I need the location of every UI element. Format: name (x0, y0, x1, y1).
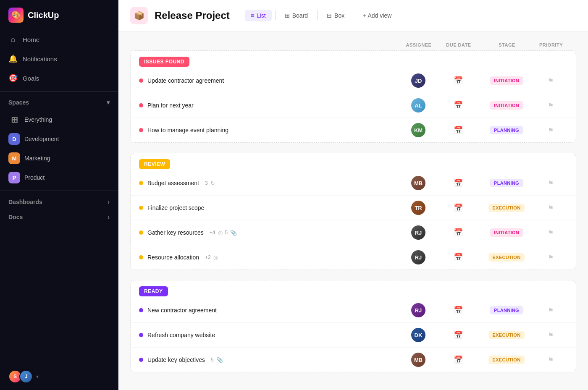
sidebar-item-goals[interactable]: 🎯 Goals (0, 68, 118, 88)
task-row[interactable]: How to manage event planning KM 📅 PLANNI… (131, 118, 576, 142)
task-stage: PLANNING (479, 306, 534, 314)
board-icon: ⊞ (285, 12, 290, 19)
tab-board[interactable]: ⊞ Board (279, 10, 314, 21)
sidebar-item-everything[interactable]: ⊞ Everything (0, 110, 118, 129)
sidebar-bottom: S J ▾ (0, 363, 118, 390)
task-row[interactable]: Budget assessment 3 ↻ MB 📅 PLANNING ⚑ (131, 171, 576, 196)
task-assignee: AL (399, 98, 437, 113)
space-label: Product (24, 174, 45, 181)
task-name: Gather key resources (147, 229, 204, 236)
task-due-date[interactable]: 📅 (437, 306, 479, 315)
sidebar-item-marketing[interactable]: M Marketing (0, 149, 118, 168)
task-name: Finalize project scope (147, 204, 204, 211)
task-priority[interactable]: ⚑ (534, 102, 567, 110)
task-row[interactable]: New contractor agreement RJ 📅 PLANNING ⚑ (131, 298, 576, 323)
meta-count2: 5 (225, 230, 228, 236)
task-priority[interactable]: ⚑ (534, 126, 567, 134)
col-due-date: DUE DATE (438, 42, 480, 47)
everything-icon: ⊞ (8, 114, 20, 126)
section-ready: READY New contractor agreement RJ 📅 PLAN… (130, 280, 576, 372)
docs-section-header[interactable]: Docs › (0, 209, 118, 225)
spaces-section-header[interactable]: Spaces ▾ (0, 95, 118, 110)
task-due-date[interactable]: 📅 (437, 253, 479, 262)
task-left: Resource allocation +2 ◎ (139, 254, 399, 261)
task-due-date[interactable]: 📅 (437, 203, 479, 212)
task-due-date[interactable]: 📅 (437, 101, 479, 110)
table-header: ASSIGNEE DUE DATE STAGE PRIORITY (130, 40, 576, 50)
task-assignee: RJ (399, 225, 437, 240)
task-row[interactable]: Plan for next year AL 📅 INITIATION ⚑ (131, 93, 576, 118)
section-header: READY (131, 280, 576, 296)
main-content: 📦 Release Project ≡ List ⊞ Board ⊟ Box +… (118, 0, 588, 390)
divider (0, 191, 118, 191)
task-priority[interactable]: ⚑ (534, 204, 567, 212)
task-row[interactable]: Refresh company website DK 📅 EXECUTION ⚑ (131, 323, 576, 348)
task-stage: EXECUTION (479, 253, 534, 262)
task-left: Refresh company website (139, 332, 399, 338)
sidebar-item-label: Notifications (23, 55, 57, 63)
task-priority[interactable]: ⚑ (534, 356, 567, 364)
tab-box[interactable]: ⊟ Box (321, 10, 350, 21)
attachment-icon: 📎 (230, 230, 237, 236)
task-priority[interactable]: ⚑ (534, 229, 567, 237)
task-due-date[interactable]: 📅 (437, 76, 479, 85)
task-priority[interactable]: ⚑ (534, 254, 567, 262)
task-left: Finalize project scope (139, 204, 399, 211)
task-row[interactable]: Update contractor agreement JD 📅 INITIAT… (131, 68, 576, 93)
task-meta: 3 ↻ (205, 180, 215, 186)
project-title: Release Project (155, 10, 230, 21)
sidebar-item-home[interactable]: ⌂ Home (0, 30, 118, 49)
logo-icon: 🎨 (8, 8, 24, 23)
task-priority[interactable]: ⚑ (534, 179, 567, 187)
task-due-date[interactable]: 📅 (437, 330, 479, 340)
sidebar-item-development[interactable]: D Development (0, 129, 118, 149)
spaces-label: Spaces (8, 99, 29, 106)
task-stage: EXECUTION (479, 356, 534, 364)
goals-icon: 🎯 (8, 73, 18, 83)
avatar: JD (411, 73, 425, 88)
sidebar-item-notifications[interactable]: 🔔 Notifications (0, 49, 118, 68)
add-view-button[interactable]: + Add view (357, 10, 397, 21)
section-badge: REVIEW (139, 159, 170, 169)
refresh-icon: ↻ (210, 180, 215, 186)
task-name: Plan for next year (147, 102, 194, 109)
divider (0, 91, 118, 92)
dashboards-section-header[interactable]: Dashboards › (0, 194, 118, 209)
col-stage: STAGE (480, 42, 534, 47)
avatar: DK (411, 328, 425, 342)
task-assignee: RJ (399, 250, 437, 264)
space-label: Everything (24, 116, 52, 123)
tab-label: Box (334, 12, 344, 19)
chevron-down-icon: ▾ (36, 374, 39, 380)
tab-separator (275, 10, 276, 20)
task-row[interactable]: Resource allocation +2 ◎ RJ 📅 EXECUTION … (131, 245, 576, 270)
logo[interactable]: 🎨 ClickUp (0, 0, 118, 30)
stage-badge: EXECUTION (488, 253, 525, 262)
sidebar-item-product[interactable]: P Product (0, 168, 118, 187)
task-priority[interactable]: ⚑ (534, 77, 567, 85)
task-name: Update key objectives (147, 356, 205, 363)
task-name: Refresh company website (147, 332, 215, 338)
stage-badge: INITIATION (490, 76, 523, 85)
task-priority[interactable]: ⚑ (534, 306, 567, 314)
link-icon: ◎ (218, 230, 223, 236)
task-due-date[interactable]: 📅 (437, 126, 479, 135)
avatar: RJ (411, 303, 425, 317)
tab-list[interactable]: ≡ List (245, 10, 272, 21)
task-assignee: TR (399, 201, 437, 215)
task-due-date[interactable]: 📅 (437, 178, 479, 188)
task-due-date[interactable]: 📅 (437, 355, 479, 364)
main-header: 📦 Release Project ≡ List ⊞ Board ⊟ Box +… (118, 0, 588, 31)
task-row[interactable]: Finalize project scope TR 📅 EXECUTION ⚑ (131, 196, 576, 220)
meta-extra: +4 (210, 230, 215, 236)
task-row[interactable]: Update key objectives 5 📎 MB 📅 EXECUTION… (131, 348, 576, 372)
project-icon: 📦 (130, 7, 148, 24)
avatar: MB (411, 176, 425, 190)
meta-count: 3 (205, 180, 208, 186)
content-area: ASSIGNEE DUE DATE STAGE PRIORITY ISSUES … (118, 31, 588, 390)
task-meta: +2 ◎ (205, 254, 218, 261)
task-row[interactable]: Gather key resources +4 ◎ 5 📎 RJ 📅 INITI… (131, 220, 576, 245)
task-priority[interactable]: ⚑ (534, 331, 567, 339)
task-due-date[interactable]: 📅 (437, 228, 479, 237)
task-dot (139, 255, 143, 259)
